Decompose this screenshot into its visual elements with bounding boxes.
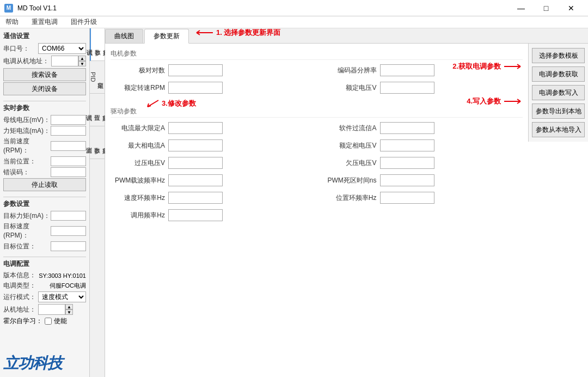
pos-loop-freq-item: 位置环频率Hz 4000 <box>322 192 523 204</box>
content-area: 曲线图 参数更新 1. 选择参数更新界面 电机参数 <box>105 28 588 377</box>
pole-pairs-input[interactable]: 2 <box>168 64 223 76</box>
import-params-button[interactable]: 参数从本地导入 <box>532 122 585 137</box>
content-row: 电机参数 极对对数 2 编码器分辨率 4000 <box>105 44 588 377</box>
rated-phase-voltage-label: 额定相电压V <box>322 141 377 150</box>
close-device-button[interactable]: 关闭设备 <box>3 82 86 95</box>
bus-voltage-row: 母线电压(mV)： 23311 <box>3 115 86 125</box>
pwm-deadtime-input[interactable]: 400 <box>380 174 434 186</box>
soft-overcurrent-label: 软件过流信A <box>322 124 377 133</box>
vtab-strip: 额定参数调试 额定PID 额定位置调试 额定参数监测 <box>90 28 105 377</box>
vtab-monitor[interactable]: 额定参数监测 <box>90 126 105 159</box>
tab-bar: 曲线图 参数更新 <box>105 28 588 44</box>
maximize-button[interactable]: □ <box>534 0 559 16</box>
phase-current-value[interactable]: -296 <box>51 126 86 136</box>
get-params-button[interactable]: 电调参数获取 <box>532 66 585 82</box>
stop-read-button[interactable]: 停止读取 <box>3 178 86 191</box>
error-row: 错误码： 0 <box>3 167 86 177</box>
rated-phase-voltage-input[interactable]: 13.8564 <box>380 139 434 151</box>
encoder-rate-input[interactable]: 4000 <box>380 64 434 76</box>
rated-rpm-label: 额定转速RPM <box>111 83 165 93</box>
export-params-button[interactable]: 参数导出到本地 <box>532 104 585 119</box>
position-row: 当前位置： 9486575 <box>3 156 86 166</box>
window-controls: — □ ✕ <box>509 0 584 16</box>
param-settings-title: 参数设置 <box>3 199 86 209</box>
speed-loop-freq-label: 速度环频率Hz <box>111 193 165 203</box>
overvoltage-input[interactable]: 48 <box>168 157 223 169</box>
error-label: 错误码： <box>3 168 29 177</box>
soft-overcurrent-input[interactable]: 11.55 <box>380 122 434 134</box>
close-button[interactable]: ✕ <box>559 0 584 16</box>
pos-loop-freq-input[interactable]: 4000 <box>380 192 434 204</box>
realtime-section: 实时参数 母线电压(mV)： 23311 力矩电流(mA)： -296 当前速度… <box>3 101 86 192</box>
tab-params[interactable]: 参数更新 <box>144 29 189 44</box>
select-template-button[interactable]: 选择参数模板 <box>532 48 585 63</box>
spinner-up[interactable]: ▲ <box>78 56 86 61</box>
minimize-button[interactable]: — <box>509 0 534 16</box>
spinner2-up[interactable]: ▲ <box>65 304 73 309</box>
mode-row: 运行模式： 速度模式 <box>3 291 86 302</box>
logo-area: 立功科技 <box>3 350 86 374</box>
rated-voltage-input[interactable]: 24 <box>380 82 434 94</box>
port-select[interactable]: COM66 <box>38 43 86 54</box>
mode-select[interactable]: 速度模式 <box>38 291 86 302</box>
menu-help[interactable]: 帮助 <box>2 16 22 28</box>
speed-loop-freq-item: 速度环频率Hz 8000 <box>111 192 311 204</box>
phase-current-row: 力矩电流(mA)： -296 <box>3 126 86 136</box>
app-title: MD Tool V1.1 <box>17 4 57 12</box>
speed-loop-freq-input[interactable]: 8000 <box>168 192 223 204</box>
driver-config-title: 电调配置 <box>3 259 86 269</box>
vtab-rated-params[interactable]: 额定参数调试 <box>90 28 105 61</box>
undervoltage-item: 欠压电压V 12 <box>322 157 523 169</box>
hall-checkbox-label: 使能 <box>54 317 67 326</box>
hall-row: 霍尔自学习： 使能 <box>3 317 86 326</box>
call-freq-item: 调用频率Hz 32000 <box>111 209 311 221</box>
vtab-pos[interactable]: 额定位置调试 <box>90 94 105 126</box>
hall-label: 霍尔自学习： <box>3 317 42 326</box>
motor-params-section: 电机参数 极对对数 2 编码器分辨率 4000 <box>111 49 523 94</box>
soft-overcurrent-item: 软件过流信A 11.55 <box>322 122 523 134</box>
target-speed-input[interactable]: 0 <box>51 226 86 236</box>
undervoltage-input[interactable]: 12 <box>380 157 434 169</box>
call-freq-input[interactable]: 32000 <box>168 209 223 221</box>
param-settings-section: 参数设置 目标力矩(mA)： 目标速度(RPM)： 0 目标位置： <box>3 197 86 252</box>
spinner2-down[interactable]: ▼ <box>65 309 73 315</box>
target-pos-input[interactable] <box>51 241 86 251</box>
hall-checkbox[interactable] <box>45 318 52 325</box>
write-params-button[interactable]: 电调参数写入 <box>532 85 585 100</box>
target-torque-row: 目标力矩(mA)： <box>3 211 86 221</box>
search-device-button[interactable]: 搜索设备 <box>3 68 86 81</box>
type-label: 电调类型： <box>3 281 36 290</box>
slave-addr2-spinner: 10 ▲ ▼ <box>38 304 73 315</box>
driver-config-section: 电调配置 版本信息： SY:3003 HY:0101 电调类型： 伺服FOC电调… <box>3 257 86 326</box>
pwm-freq-label: PWM载波频率Hz <box>111 176 165 185</box>
vtab-pid[interactable]: 额定PID <box>90 61 105 94</box>
max-current-item: 电流最大限定A 9.9 <box>111 122 311 134</box>
error-value[interactable]: 0 <box>51 167 86 177</box>
max-phase-current-input[interactable]: 16.5 <box>168 139 223 151</box>
menu-reset-esc[interactable]: 重置电调 <box>28 16 61 28</box>
target-torque-input[interactable] <box>51 211 86 221</box>
rated-phase-voltage-item: 额定相电压V 13.8564 <box>322 139 523 151</box>
drive-params-section: 驱动参数 电流最大限定A 9.9 软件过流信A 11.55 <box>111 107 523 221</box>
version-value: SY:3003 HY:0101 <box>39 272 86 279</box>
menu-firmware[interactable]: 固件升级 <box>68 16 100 28</box>
spinner-down[interactable]: ▼ <box>78 61 86 66</box>
pole-pairs-item: 极对对数 2 <box>111 64 311 76</box>
slave-addr2-input[interactable]: 10 <box>38 304 65 315</box>
rated-rpm-input[interactable]: 3000 <box>168 82 223 94</box>
slave-addr-input[interactable]: 10 <box>51 56 78 66</box>
type-row: 电调类型： 伺服FOC电调 <box>3 281 86 290</box>
target-pos-label: 目标位置： <box>3 242 36 251</box>
tab-curve[interactable]: 曲线图 <box>105 29 143 43</box>
motor-params-title: 电机参数 <box>111 49 523 60</box>
max-phase-current-item: 最大相电流A 16.5 <box>111 139 311 151</box>
bus-voltage-value[interactable]: 23311 <box>51 115 86 125</box>
pwm-freq-input[interactable]: 32000 <box>168 174 223 186</box>
rated-voltage-item: 额定电压V 24 <box>322 82 523 94</box>
position-value[interactable]: 9486575 <box>51 156 86 166</box>
undervoltage-label: 欠压电压V <box>322 159 377 168</box>
version-label: 版本信息： <box>3 271 36 280</box>
speed-value[interactable]: 0 <box>51 141 86 151</box>
max-current-input[interactable]: 9.9 <box>168 122 223 134</box>
app-icon: M <box>4 4 13 13</box>
